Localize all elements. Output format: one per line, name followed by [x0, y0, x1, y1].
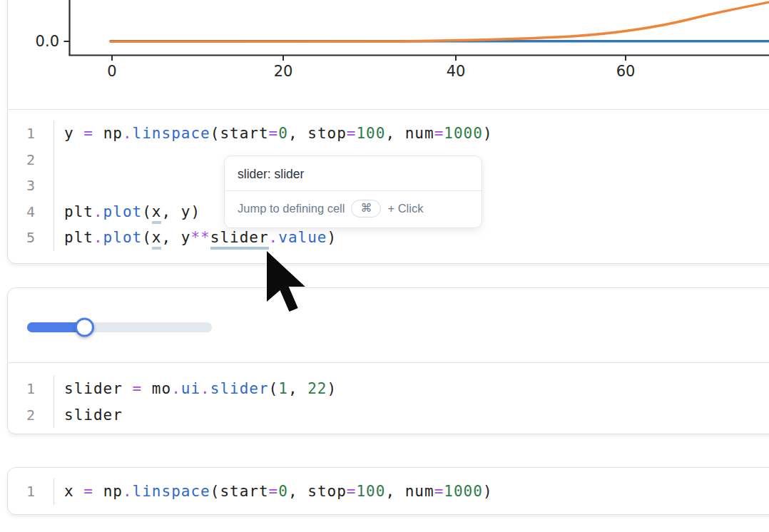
- code-token: .: [200, 380, 210, 397]
- code-token: (: [142, 203, 152, 220]
- code-token: [123, 380, 133, 397]
- line-number: 2: [8, 402, 54, 429]
- code-token: ui: [181, 380, 200, 397]
- code-token: plot: [103, 203, 143, 220]
- line-number: 4: [8, 199, 54, 225]
- line-number: 1: [8, 479, 54, 505]
- code-token: ): [190, 203, 200, 220]
- x-tick-label: 0: [107, 63, 116, 80]
- tooltip-hint-text: Jump to defining cell: [238, 198, 345, 218]
- code-token: mo: [152, 380, 171, 397]
- line-number: 2: [8, 147, 54, 173]
- code-token: [298, 380, 308, 397]
- code-token: stop: [307, 483, 347, 500]
- code-token: ): [327, 380, 337, 397]
- code-token: plt: [64, 203, 93, 220]
- tooltip-click-text: + Click: [387, 198, 423, 218]
- code-token: 22: [307, 380, 327, 397]
- code-line-text[interactable]: [54, 147, 74, 173]
- code-token: .: [93, 203, 103, 220]
- code-token: (: [210, 125, 220, 142]
- code-token: plot: [103, 229, 143, 246]
- code-token: np: [103, 483, 123, 500]
- code-line[interactable]: 2slider: [8, 402, 769, 429]
- code-token: plt: [64, 229, 93, 246]
- cell-x: 1x = np.linspace(start=0, stop=100, num=…: [7, 467, 769, 515]
- code-token: =: [269, 483, 279, 500]
- code-token: .: [171, 380, 181, 397]
- code-line[interactable]: 1slider = mo.ui.slider(1, 22): [8, 376, 769, 402]
- slider-track[interactable]: [27, 322, 212, 332]
- code-token: =: [83, 125, 93, 142]
- code-token: 100: [356, 125, 385, 142]
- code-token: ,: [161, 229, 171, 246]
- code-token: 1000: [444, 125, 483, 142]
- code-line-text[interactable]: slider: [54, 402, 123, 429]
- code-token: ): [327, 229, 337, 246]
- code-token: (: [269, 380, 279, 397]
- code-line-text[interactable]: y = np.linspace(start=0, stop=100, num=1…: [54, 121, 493, 147]
- code-token: ,: [288, 380, 298, 397]
- code-token: ,: [385, 483, 395, 500]
- code-editor-slider[interactable]: 1slider = mo.ui.slider(1, 22)2slider: [8, 363, 769, 434]
- code-token: [395, 483, 405, 500]
- code-token: 1000: [444, 483, 483, 500]
- code-line-text[interactable]: plt.plot(x, y): [54, 199, 200, 225]
- code-token: [298, 125, 308, 142]
- code-token: value: [278, 229, 327, 246]
- code-token: 100: [356, 483, 385, 500]
- code-token: =: [434, 125, 444, 142]
- code-line[interactable]: 1x = np.linspace(start=0, stop=100, num=…: [8, 479, 769, 505]
- code-line[interactable]: 5plt.plot(x, y**slider.value): [8, 225, 769, 251]
- slider-output: [8, 288, 769, 362]
- code-token: slider: [64, 406, 123, 424]
- code-token: =: [133, 380, 143, 397]
- tooltip-title: slider: slider: [225, 156, 482, 190]
- code-token: y: [181, 229, 191, 246]
- code-token: x: [64, 483, 74, 500]
- code-token: num: [405, 483, 434, 500]
- line-number: 3: [8, 173, 54, 199]
- code-token: linspace: [133, 125, 210, 142]
- cross-cell-variable[interactable]: x: [152, 229, 162, 250]
- code-token: ): [483, 483, 493, 500]
- code-token: ): [483, 125, 493, 142]
- code-token: slider: [210, 380, 269, 397]
- code-token: num: [405, 125, 434, 142]
- code-line-text[interactable]: x = np.linspace(start=0, stop=100, num=1…: [54, 479, 493, 505]
- code-line-text[interactable]: slider = mo.ui.slider(1, 22): [54, 376, 337, 402]
- marimo-notebook: 0.0 0 20 40 60 1y = np.linspace(start=0,…: [0, 0, 769, 532]
- code-token: y: [181, 203, 191, 220]
- code-line[interactable]: 1y = np.linspace(start=0, stop=100, num=…: [8, 121, 769, 147]
- cursor-arrow: [267, 251, 305, 312]
- cell-slider: 1slider = mo.ui.slider(1, 22)2slider: [7, 287, 769, 434]
- code-token: [93, 125, 103, 142]
- chart-output: 0.0 0 20 40 60: [8, 0, 769, 109]
- code-token: =: [269, 125, 279, 142]
- code-token: 0: [278, 483, 288, 500]
- mouse-cursor: [257, 246, 321, 324]
- x-tick-label: 40: [447, 63, 466, 80]
- code-editor-x[interactable]: 1x = np.linspace(start=0, stop=100, num=…: [8, 468, 769, 515]
- code-token: =: [434, 483, 444, 500]
- code-token: (: [142, 229, 152, 246]
- line-number: 5: [8, 225, 54, 251]
- code-token: [142, 380, 152, 397]
- code-token: [395, 125, 405, 142]
- x-tick-label: 20: [274, 63, 293, 80]
- line-number: 1: [8, 121, 54, 147]
- y-tick-label: 0.0: [36, 33, 59, 50]
- code-token: y: [64, 125, 74, 142]
- code-token: =: [83, 483, 93, 500]
- series-line-orange: [111, 0, 769, 41]
- code-token: =: [347, 125, 357, 142]
- code-token: 0: [278, 125, 288, 142]
- code-token: ,: [288, 483, 298, 500]
- code-token: .: [123, 125, 133, 142]
- code-line-text[interactable]: [54, 173, 74, 199]
- code-token: ,: [385, 125, 395, 142]
- matplotlib-figure: 0.0 0 20 40 60: [8, 0, 769, 109]
- slider-handle[interactable]: [75, 318, 94, 337]
- x-tick-label: 60: [616, 63, 636, 80]
- cross-cell-variable[interactable]: x: [152, 203, 162, 224]
